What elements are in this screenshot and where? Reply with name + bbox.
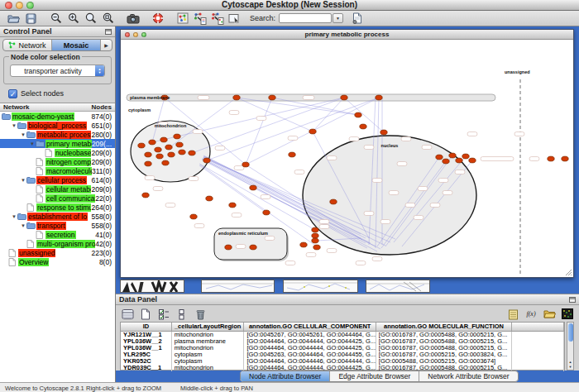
network-node[interactable]	[548, 156, 554, 161]
network-node[interactable]	[155, 147, 161, 152]
expander-icon[interactable]: ▼	[29, 141, 36, 146]
tab-network-attribute-browser[interactable]: Network Attribute Browser	[419, 371, 517, 381]
network-node[interactable]	[189, 151, 195, 155]
tree-row[interactable]: nitrogen compo209(0)	[0, 157, 115, 166]
zoom-fit-button[interactable]	[99, 12, 117, 26]
network-node[interactable]	[300, 242, 307, 247]
network-node[interactable]	[203, 158, 210, 163]
network-node[interactable]	[138, 143, 145, 148]
snapshot-button[interactable]	[124, 12, 141, 26]
table-row[interactable]: YPL036W__1mitochondrion[GO:0044464, GO:0…	[121, 345, 564, 351]
network-canvas[interactable]: plasma membrane cytoplasm mitochondrion …	[121, 40, 573, 277]
scrollbar-thumb[interactable]	[568, 323, 573, 342]
network-node[interactable]	[289, 152, 295, 157]
inner-minimize-button[interactable]	[133, 32, 138, 37]
network-node[interactable]	[380, 130, 387, 135]
network-node[interactable]	[269, 95, 275, 100]
tree-row[interactable]: ▼metabolic process280(0)	[0, 130, 115, 139]
import-attributes-button[interactable]	[542, 307, 557, 321]
search-dropdown-button[interactable]: ▼	[333, 13, 343, 23]
zoom-out-button[interactable]	[47, 12, 65, 26]
function-builder-button[interactable]: f(x)	[524, 307, 538, 321]
column-header[interactable]: _cellularLayoutRegion	[172, 323, 245, 331]
export-network-button[interactable]	[208, 12, 226, 26]
network-node[interactable]	[469, 158, 476, 163]
background-window-fragment[interactable]	[283, 280, 358, 293]
tree-row[interactable]: macromolecule311(0)	[0, 166, 115, 175]
network-node[interactable]	[233, 95, 240, 100]
network-node[interactable]	[250, 245, 256, 250]
search-input[interactable]	[279, 13, 332, 23]
tree-row[interactable]: cell communicat22(0)	[0, 194, 115, 203]
network-node[interactable]	[229, 203, 236, 208]
table-row[interactable]: YLR295Ccytoplasm[GO:0045263, GO:0044464,…	[121, 351, 564, 358]
network-node[interactable]	[312, 227, 318, 232]
table-row[interactable]: YJR121W__1mitochondrion[GO:0045267, GO:0…	[121, 332, 564, 338]
network-node[interactable]	[309, 129, 316, 134]
network-node[interactable]	[355, 112, 361, 117]
network-node[interactable]	[145, 161, 151, 166]
vizmapper-button[interactable]	[174, 12, 191, 26]
network-node[interactable]	[376, 95, 382, 100]
table-row[interactable]: YPL036W__2plasma membrane[GO:0044464, GO…	[121, 338, 564, 345]
scrollbar-arrows[interactable]: ▲▼	[567, 360, 573, 370]
network-node[interactable]	[206, 196, 213, 201]
expander-icon[interactable]: ▼	[11, 123, 17, 128]
network-node[interactable]	[190, 214, 197, 219]
select-all-attributes-button[interactable]	[156, 307, 171, 321]
network-node[interactable]	[449, 153, 456, 158]
delete-attribute-button[interactable]	[193, 307, 208, 321]
column-header[interactable]	[512, 323, 564, 331]
resize-grip-icon[interactable]	[566, 270, 572, 275]
zoom-window-button[interactable]	[26, 2, 34, 9]
tree-row[interactable]: ▼primary metabo209(...	[0, 139, 115, 148]
expander-icon[interactable]: ▼	[20, 223, 26, 228]
network-node[interactable]	[242, 162, 249, 167]
expander-icon[interactable]: ▼	[11, 214, 17, 219]
network-node[interactable]	[168, 152, 175, 157]
network-node[interactable]	[263, 210, 270, 215]
tree-row[interactable]: ▼cellular process614(0)	[0, 175, 115, 184]
save-session-button[interactable]	[22, 12, 40, 26]
window-titlebar[interactable]: Cytoscape Desktop (New Session)	[0, 0, 579, 11]
network-node[interactable]	[179, 150, 185, 155]
network-node[interactable]	[250, 185, 256, 190]
table-scrollbar[interactable]: ▲▼	[567, 322, 574, 370]
background-window-fragment[interactable]	[120, 280, 184, 293]
select-mode-button[interactable]	[226, 12, 243, 26]
network-node[interactable]	[162, 160, 169, 165]
create-attribute-button[interactable]	[138, 307, 153, 321]
select-attributes-button[interactable]	[120, 307, 135, 321]
tree-row[interactable]: cellular metabo209(0)	[0, 184, 115, 194]
inner-close-button[interactable]	[125, 32, 130, 37]
network-window-titlebar[interactable]: primary metabolic process	[121, 30, 573, 40]
network-node[interactable]	[225, 245, 232, 250]
tree-row[interactable]: nucleobase-209(0)	[0, 148, 115, 157]
network-node[interactable]	[156, 154, 163, 159]
network-node[interactable]	[330, 199, 337, 204]
tree-row[interactable]: response to stimul264(0)	[0, 203, 115, 212]
minimize-button[interactable]	[16, 2, 23, 9]
float-panel-icon[interactable]	[105, 29, 112, 35]
matrix-view-button[interactable]	[560, 307, 575, 321]
network-node[interactable]	[160, 137, 167, 142]
attribute-table[interactable]: ID_cellularLayoutRegionannotation.GO CEL…	[120, 322, 565, 370]
edit-page-button[interactable]	[348, 12, 366, 26]
network-node[interactable]	[312, 238, 318, 243]
network-node[interactable]	[312, 233, 318, 238]
network-node[interactable]	[165, 145, 172, 150]
tree-row[interactable]: multi-organism pro42(0)	[0, 239, 115, 248]
network-node[interactable]	[313, 245, 320, 250]
tree-row[interactable]: ▼establishment of lo558(0)	[0, 212, 115, 221]
expander-icon[interactable]: ▼	[20, 132, 26, 137]
close-button[interactable]	[5, 2, 12, 9]
network-node[interactable]	[174, 134, 180, 139]
tab-edge-attribute-browser[interactable]: Edge Attribute Browser	[330, 371, 419, 381]
expander-icon[interactable]: ▼	[20, 178, 26, 183]
zoom-selected-button[interactable]	[82, 12, 99, 26]
unselect-all-attributes-button[interactable]	[175, 307, 189, 321]
tree-row[interactable]: ▼transport558(0)	[0, 221, 115, 230]
network-node[interactable]	[145, 152, 151, 157]
network-node[interactable]	[149, 140, 156, 145]
tree-row[interactable]: Overview8(0)	[0, 257, 115, 266]
